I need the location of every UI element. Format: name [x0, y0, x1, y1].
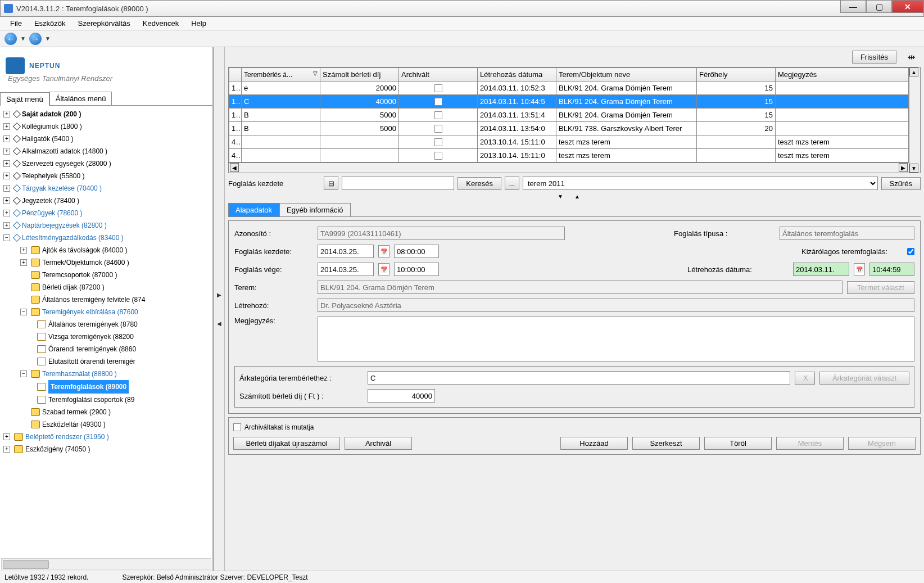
menu-file[interactable]: File [4, 17, 28, 29]
col-rent[interactable]: Terembérlés á...▽ [242, 68, 320, 82]
tree-notes[interactable]: Jegyzetek (78400 ) [22, 195, 79, 207]
search-filter-combo[interactable]: terem 2011 [523, 177, 878, 190]
calcfee-field[interactable] [368, 389, 435, 403]
archived-checkbox[interactable] [434, 98, 442, 106]
scroll-down-icon[interactable]: ▼ [909, 164, 918, 173]
start-date-cal-icon[interactable]: 📅 [378, 245, 389, 257]
tree-doors[interactable]: Ajtók és távolságok (84000 ) [42, 244, 127, 256]
table-row[interactable]: 16B50002014.03.11. 13:51:4BLK/91 204. Gr… [229, 109, 909, 122]
minimize-button[interactable]: — [840, 1, 866, 13]
tree-orgs[interactable]: Szervezeti egységek (28000 ) [22, 157, 111, 170]
end-date-cal-icon[interactable]: 📅 [378, 263, 389, 275]
table-h-scrollbar[interactable]: ◀ ▶ [229, 162, 909, 173]
exclusive-checkbox[interactable] [907, 248, 914, 255]
tab-otherinfo[interactable]: Egyéb információ [279, 203, 350, 216]
show-archived-checkbox[interactable] [233, 423, 241, 431]
tree-staff[interactable]: Alkalmazotti adatok (14800 ) [22, 145, 107, 157]
collapse-toggle[interactable]: ▼▲ [228, 193, 921, 200]
tree-facility[interactable]: Létesítménygazdálkodás (83400 ) [22, 232, 124, 244]
table-row[interactable]: 10e200002014.03.11. 10:52:3BLK/91 204. G… [229, 82, 909, 95]
pricecat-field[interactable] [368, 371, 790, 385]
tree-freerooms[interactable]: Szabad termek (2900 ) [42, 406, 111, 418]
edit-button[interactable]: Szerkeszt [632, 437, 700, 450]
recalc-fees-button[interactable]: Bérleti díjakat újraszámol [233, 437, 340, 450]
table-v-scrollbar[interactable]: ▲ ▼ [909, 67, 920, 173]
tree-genroomreq[interactable]: Általános teremigények (8780 [48, 318, 138, 331]
search-value-input[interactable] [342, 177, 454, 190]
col-narrow[interactable] [229, 68, 242, 82]
close-button[interactable]: ✕ [892, 1, 923, 13]
tree-sites[interactable]: Telephelyek (55800 ) [22, 170, 84, 182]
tree-calendar[interactable]: Naptárbejegyzések (82800 ) [22, 219, 107, 232]
col-archived[interactable]: Archivált [399, 68, 478, 82]
menu-favorites[interactable]: Kedvencek [137, 17, 184, 29]
nav-back-dropdown[interactable]: ▼ [20, 35, 26, 42]
tree-examreq[interactable]: Vizsga teremigények (88200 [48, 331, 134, 343]
tree-approval[interactable]: Teremigények elbírálása (87600 [42, 306, 138, 318]
col-capacity[interactable]: Férőhely [697, 68, 776, 82]
archived-checkbox[interactable] [434, 152, 442, 160]
tree-roombookings[interactable]: Teremfoglalások (89000 [48, 380, 129, 394]
scroll-right-icon[interactable]: ▶ [899, 163, 908, 172]
tree-dorms[interactable]: Kollégiumok (1800 ) [22, 120, 82, 133]
pin-icon[interactable]: ⇹ [908, 52, 915, 62]
table-row[interactable]: 10C400002014.03.11. 10:44:5BLK/91 204. G… [229, 95, 909, 109]
tree-own-data[interactable]: Saját adatok (200 ) [22, 108, 81, 120]
add-button[interactable]: Hozzáad [560, 437, 628, 450]
tree-schedreq[interactable]: Órarendi teremigények (8860 [48, 343, 136, 355]
tree-tab-own[interactable]: Saját menü [0, 92, 49, 106]
col-roomname[interactable]: Terem/Objektum neve [556, 68, 697, 82]
nav-back-button[interactable]: ← [4, 33, 17, 45]
end-time-field[interactable] [394, 263, 439, 276]
created-date-cal-icon[interactable]: 📅 [854, 263, 865, 275]
col-calcfee[interactable]: Számolt bérleti díj [320, 68, 399, 82]
tree-roomgroups[interactable]: Teremcsoportok (87000 ) [42, 269, 117, 281]
tree-rejectedreq[interactable]: Elutasított órarendi teremigér [48, 355, 135, 368]
menu-help[interactable]: Help [185, 17, 212, 29]
tree-tab-general[interactable]: Általános menü [49, 92, 112, 105]
nav-tree[interactable]: +Saját adatok (200 ) +Kollégiumok (1800 … [0, 106, 212, 557]
tree-bookgroups[interactable]: Teremfoglalási csoportok (89 [48, 394, 134, 406]
tree-expand-icon[interactable]: + [3, 111, 10, 117]
tree-finance[interactable]: Pénzügyek (78600 ) [22, 207, 82, 219]
tree-students[interactable]: Hallgatók (5400 ) [22, 133, 73, 145]
tree-subjects[interactable]: Tárgyak kezelése (70400 ) [22, 182, 102, 195]
maximize-button[interactable]: ▢ [866, 1, 892, 13]
filter-button[interactable]: Szűrés [881, 177, 921, 190]
search-button[interactable]: Keresés [458, 177, 501, 190]
splitter[interactable]: ▶ ◀ [214, 47, 225, 571]
search-equals-button[interactable]: ⊟ [324, 177, 338, 190]
scroll-up-icon[interactable]: ▲ [909, 67, 918, 76]
menu-tools[interactable]: Eszközök [29, 17, 71, 29]
col-created[interactable]: Létrehozás dátuma [478, 68, 556, 82]
archive-button[interactable]: Archivál [345, 437, 412, 450]
tree-generalreq[interactable]: Általános teremigény felvitele (874 [42, 293, 145, 306]
table-row[interactable]: 16B50002014.03.11. 13:54:0BLK/91 738. Ga… [229, 122, 909, 135]
end-date-field[interactable] [318, 263, 374, 276]
delete-button[interactable]: Töröl [704, 437, 772, 450]
nav-forward-dropdown[interactable]: ▼ [45, 35, 51, 42]
archived-checkbox[interactable] [434, 125, 442, 133]
start-time-field[interactable] [394, 245, 439, 258]
tree-roomuse[interactable]: Teremhasználat (88800 ) [42, 368, 117, 380]
tree-h-scrollbar[interactable] [1, 558, 211, 570]
archived-checkbox[interactable] [434, 111, 442, 119]
archived-checkbox[interactable] [434, 138, 442, 146]
scroll-left-icon[interactable]: ◀ [230, 163, 239, 172]
tab-basic[interactable]: Alapadatok [228, 203, 279, 216]
tree-access[interactable]: Beléptető rendszer (31950 ) [25, 431, 109, 443]
col-note[interactable]: Megjegyzés [776, 68, 909, 82]
search-more-button[interactable]: ... [505, 177, 519, 190]
refresh-button[interactable]: Frissítés [852, 51, 896, 64]
table-row[interactable]: 412013.10.14. 15:11:0teszt mzs teremtesz… [229, 135, 909, 149]
tree-inventory[interactable]: Eszközleltár (49300 ) [42, 418, 106, 431]
tree-rentfees[interactable]: Bérleti díjak (87200 ) [42, 281, 105, 293]
tree-rooms[interactable]: Termek/Objektumok (84600 ) [42, 256, 129, 269]
archived-checkbox[interactable] [434, 84, 442, 92]
note-textarea[interactable] [318, 317, 914, 361]
table-row[interactable]: 412013.10.14. 15:11:0teszt mzs teremtesz… [229, 149, 909, 162]
nav-forward-button[interactable]: → [29, 33, 42, 45]
tree-toolreq[interactable]: Eszközigény (74050 ) [25, 443, 90, 455]
start-date-field[interactable] [318, 245, 374, 258]
menu-roleswitch[interactable]: Szerepkörváltás [73, 17, 136, 29]
